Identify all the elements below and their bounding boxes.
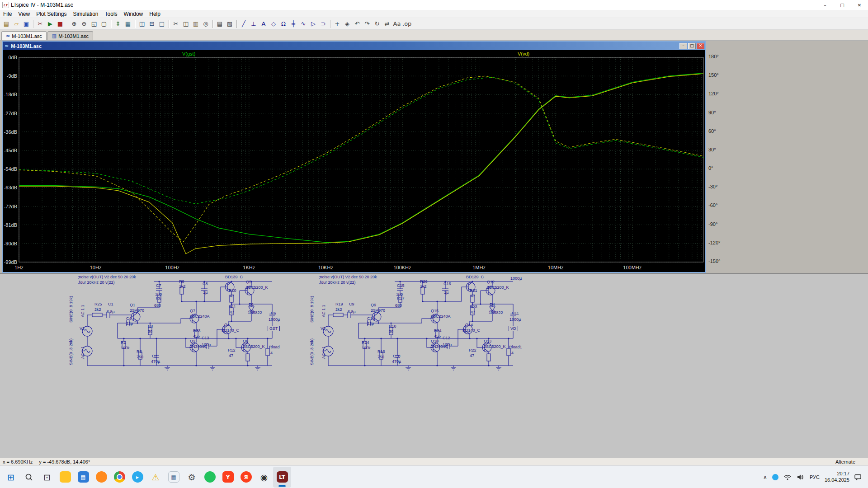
notification-icon[interactable] [854, 474, 862, 480]
waveform-window-titlebar[interactable]: ≈ M-103M1.asc – □ ✕ [3, 42, 705, 50]
halt-icon[interactable]: ■ [56, 19, 65, 28]
settings-app-icon[interactable]: ⚙ [183, 467, 201, 488]
telegram-icon[interactable]: ▸ [128, 467, 146, 488]
zoom-full-icon[interactable]: ▢ [99, 19, 108, 28]
autorange-icon[interactable]: ⇕ [113, 19, 123, 28]
menu-file[interactable]: File [0, 10, 15, 18]
eye-app-icon[interactable]: ◉ [255, 467, 273, 488]
tray-chevron-icon[interactable]: ∧ [763, 474, 767, 480]
trace-label-V(vd)[interactable]: V(vd) [518, 51, 529, 56]
rotate-icon[interactable]: ↻ [373, 19, 382, 28]
clock[interactable]: 20:17 16.04.2025 [825, 471, 849, 483]
mirror-icon[interactable]: ⇄ [382, 19, 392, 28]
redo-icon[interactable]: ↷ [363, 19, 372, 28]
file-explorer-icon[interactable] [56, 467, 74, 488]
menu-simulation[interactable]: Simulation [70, 10, 102, 18]
minimize-button[interactable]: – [816, 0, 834, 10]
draw-wire-icon[interactable]: ╱ [239, 19, 248, 28]
schematic-window[interactable]: ;noise v(OUT) V2 dec 50 20 20k.four 20kH… [0, 273, 868, 458]
capacitor-icon[interactable]: ╪ [289, 19, 298, 28]
schematic-label: C15 [397, 284, 405, 288]
zoom-area-icon[interactable]: ◱ [90, 19, 99, 28]
language-indicator[interactable]: РУС [810, 474, 820, 480]
trace-label-V(gst)[interactable]: V(gst) [182, 51, 195, 56]
firefox-icon[interactable] [92, 467, 110, 488]
paste-icon[interactable]: ▥ [191, 19, 200, 28]
move-icon[interactable]: + [333, 19, 342, 28]
save-icon[interactable]: ▣ [22, 19, 31, 28]
undo-icon[interactable]: ↶ [353, 19, 362, 28]
open-file-icon[interactable]: ▱ [12, 19, 21, 28]
tab-waveform[interactable]: ≈M-103M1.asc [1, 31, 47, 40]
tile-vertical-icon[interactable]: ◫ [137, 19, 146, 28]
child-close-button[interactable]: ✕ [697, 43, 704, 49]
table-app-icon[interactable]: ▦ [165, 467, 183, 488]
traces [19, 73, 705, 253]
tab-schematic[interactable]: ▥M-103M1.asc [47, 31, 93, 40]
schematic-label: V2 [80, 327, 85, 331]
menu-help[interactable]: Help [146, 10, 164, 18]
schematic-label: Q15 [431, 309, 439, 313]
net-port-VD[interactable]: VD [509, 326, 518, 331]
yandex-browser-icon[interactable]: Я [237, 467, 255, 488]
task-view-button[interactable]: ⊡ [38, 467, 56, 488]
waveform-plot-area[interactable]: 0dB-9dB-18dB-27dB-36dB-45dB-54dB-63dB-72… [3, 50, 705, 272]
inductor-icon[interactable]: ∿ [299, 19, 308, 28]
wifi-icon[interactable] [783, 474, 792, 480]
child-restore-button[interactable]: □ [688, 43, 696, 49]
warning-app-icon[interactable]: ⚠ [146, 467, 165, 488]
volume-icon[interactable] [797, 474, 805, 480]
schematic-label: R16 [377, 350, 385, 354]
schematic-label: Q7 [190, 309, 195, 313]
yandex-start-icon[interactable]: Y [219, 467, 237, 488]
start-button[interactable]: ⊞ [2, 467, 20, 488]
plot-settings-icon[interactable]: ▦ [123, 19, 132, 28]
text-icon[interactable]: Aa [392, 19, 401, 28]
zoom-in-icon[interactable]: ⊕ [70, 19, 79, 28]
tile-horizontal-icon[interactable]: ⊟ [147, 19, 156, 28]
system-tray: ∧ РУС 20:17 16.04.2025 [763, 471, 866, 483]
schematic-label: AC 1 1 [322, 346, 326, 359]
ground-icon[interactable]: ⊥ [249, 19, 258, 28]
close-button[interactable]: ✕ [851, 0, 868, 10]
net-port-GST[interactable]: GST [268, 326, 280, 331]
search-button[interactable] [20, 467, 38, 488]
diode-icon[interactable]: ▷ [309, 19, 318, 28]
chrome-icon[interactable] [110, 467, 128, 488]
schematic-label: 470µ [392, 360, 401, 364]
spice-directive-icon[interactable]: .op [402, 19, 411, 28]
bode-plot[interactable]: 0dB-9dB-18dB-27dB-36dB-45dB-54dB-63dB-72… [3, 50, 705, 272]
schematic-label: R10 [229, 289, 236, 293]
ltspice-icon[interactable]: LT [273, 467, 291, 488]
print-preview-icon[interactable]: ▧ [225, 19, 234, 28]
store-icon[interactable]: ▤ [74, 467, 92, 488]
schematic-label: AC 1 1 [81, 305, 85, 317]
zoom-out-icon[interactable]: ⊖ [80, 19, 89, 28]
telegram-tray-icon[interactable] [772, 474, 778, 480]
menu-view[interactable]: View [15, 10, 33, 18]
cut-icon[interactable]: ✂ [171, 19, 180, 28]
maximize-button[interactable]: □ [834, 0, 851, 10]
schematic-label: Q2 [190, 339, 195, 343]
net-label-icon[interactable]: A [259, 19, 268, 28]
new-schematic-icon[interactable]: ▤ [2, 19, 11, 28]
cascade-icon[interactable]: □ [157, 19, 166, 28]
child-minimize-button[interactable]: – [679, 43, 687, 49]
whatsapp-icon[interactable] [201, 467, 219, 488]
port-icon[interactable]: ◇ [269, 19, 278, 28]
drag-icon[interactable]: ◈ [343, 19, 352, 28]
copy-icon[interactable]: ◫ [181, 19, 190, 28]
resistor-icon[interactable]: Ω [279, 19, 288, 28]
menu-tools[interactable]: Tools [102, 10, 121, 18]
toolbar-separator [236, 20, 237, 28]
whatsapp-icon-glyph [204, 471, 216, 483]
find-icon[interactable]: ◎ [201, 19, 210, 28]
schematic-label: SINE(0 .8 19k) [310, 296, 314, 323]
menu-window[interactable]: Window [121, 10, 146, 18]
schematic-label: 2SC5200_K [484, 345, 506, 349]
component-icon[interactable]: ⊃ [319, 19, 328, 28]
run-icon[interactable]: ▶ [46, 19, 55, 28]
menu-plot-settings[interactable]: Plot Settings [33, 10, 70, 18]
control-panel-icon[interactable]: ✂ [36, 19, 45, 28]
print-icon[interactable]: ▤ [215, 19, 224, 28]
